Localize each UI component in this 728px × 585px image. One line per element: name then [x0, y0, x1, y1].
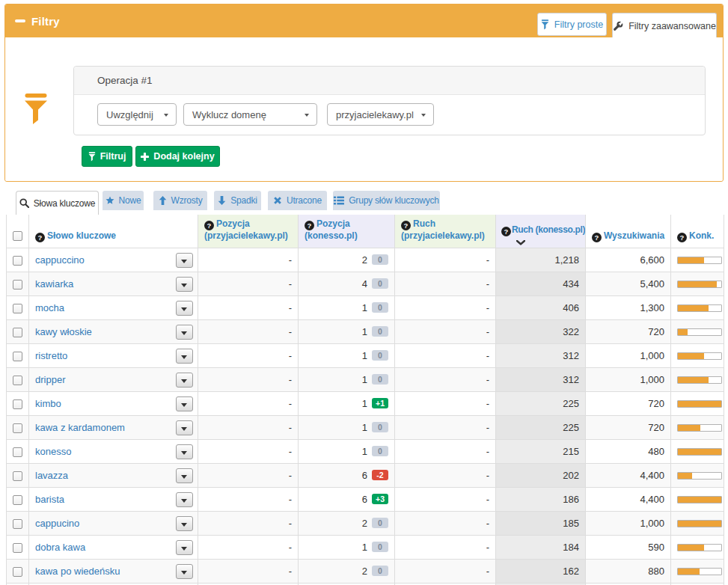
row-checkbox[interactable] [13, 328, 22, 337]
position-b-cell: 1+1 [299, 391, 395, 415]
keyword-dropdown-button[interactable] [176, 516, 193, 531]
collapse-minus-icon[interactable] [15, 19, 25, 22]
keyword-link[interactable]: ristretto [35, 350, 67, 361]
row-checkbox[interactable] [13, 471, 22, 481]
keyword-dropdown-button[interactable] [176, 492, 193, 507]
row-checkbox-cell [7, 511, 29, 535]
traffic-a-cell: - [395, 487, 496, 511]
header-position-a[interactable]: Pozycja(przyjacielekawy.pl) [198, 215, 299, 248]
position-change-badge: 0 [372, 422, 388, 432]
funnel-icon [541, 19, 549, 30]
keyword-dropdown-button[interactable] [176, 373, 193, 388]
keyword-link[interactable]: barista [35, 494, 64, 505]
header-traffic-a[interactable]: Ruch(przyjacielekawy.pl) [395, 215, 496, 248]
header-position-b[interactable]: Pozycja(konesso.pl) [299, 215, 395, 248]
row-checkbox[interactable] [13, 304, 22, 313]
position-b-value: 4 [362, 278, 367, 290]
keyword-dropdown-button[interactable] [176, 420, 193, 435]
traffic-a-cell: - [395, 343, 496, 367]
traffic-b-cell: 312 [496, 343, 586, 367]
help-icon [204, 221, 214, 230]
row-checkbox[interactable] [13, 352, 22, 361]
row-checkbox[interactable] [13, 280, 22, 290]
keyword-dropdown-button[interactable] [176, 468, 193, 483]
caret-down-icon [421, 114, 426, 117]
keyword-dropdown-button[interactable] [176, 564, 193, 579]
keyword-link[interactable]: mocha [35, 302, 64, 313]
searches-cell: 720 [586, 415, 671, 439]
keyword-link[interactable]: kawy włoskie [35, 326, 92, 337]
position-change-badge: 0 [372, 278, 388, 289]
tab-lost-label: Utracone [287, 195, 322, 206]
position-b-value: 1 [362, 422, 367, 433]
position-b-cell: 20 [299, 511, 395, 535]
traffic-b-cell: 162 [496, 559, 586, 583]
keyword-dropdown-button[interactable] [176, 444, 193, 459]
simple-filters-button[interactable]: Filtry proste [537, 13, 607, 36]
position-change-badge: 0 [372, 254, 388, 265]
filters-panel-title: Filtry [31, 15, 60, 28]
keyword-link[interactable]: kimbo [35, 398, 61, 409]
filter-button[interactable]: Filtruj [82, 146, 132, 167]
keyword-link[interactable]: lavazza [35, 470, 68, 481]
header-competition[interactable]: Konk. [671, 215, 724, 248]
header-keyword[interactable]: Słowo kluczowe [29, 215, 198, 248]
select-all-checkbox[interactable] [13, 231, 22, 241]
position-b-cell: 10 [299, 535, 395, 559]
tab-groups[interactable]: Grupy słów kluczowych [333, 191, 440, 210]
keyword-link[interactable]: cappucino [35, 518, 79, 529]
competition-cell [671, 319, 724, 343]
row-checkbox[interactable] [13, 567, 22, 577]
keyword-dropdown-button[interactable] [176, 277, 193, 292]
position-change-badge: 0 [372, 542, 388, 552]
position-change-badge: +1 [372, 398, 388, 408]
keyword-link[interactable]: kawiarka [35, 278, 73, 290]
tab-rises[interactable]: Wzrosty [153, 191, 207, 210]
keyword-link[interactable]: kawa z kardamonem [35, 422, 125, 433]
position-b-value: 6 [362, 494, 367, 505]
tab-lost[interactable]: Utracone [268, 191, 327, 210]
keyword-link[interactable]: cappuccino [35, 254, 85, 266]
keyword-dropdown-button[interactable] [176, 349, 193, 364]
row-checkbox[interactable] [13, 399, 22, 409]
funnel-icon [88, 152, 96, 162]
row-checkbox[interactable] [13, 495, 22, 505]
row-checkbox[interactable] [13, 447, 22, 457]
traffic-b-cell: 225 [496, 415, 586, 439]
keyword-link[interactable]: kawa po wiedeńsku [35, 566, 120, 577]
traffic-a-cell: - [395, 463, 496, 487]
filter-funnel-icon [23, 94, 49, 125]
tab-keywords[interactable]: Słowa kluczowe [16, 191, 99, 215]
keyword-dropdown-button[interactable] [176, 540, 193, 555]
keyword-link[interactable]: dripper [35, 374, 65, 385]
competition-bar [677, 520, 722, 527]
advanced-filters-tab[interactable]: Filtry zaawansowane [612, 13, 717, 38]
position-a-cell: - [198, 248, 299, 272]
position-change-badge: 0 [372, 302, 388, 313]
include-select[interactable]: Uwzględnij [97, 103, 177, 126]
tab-new[interactable]: Nowe [103, 191, 144, 210]
keyword-link[interactable]: dobra kawa [35, 542, 85, 553]
filter-button-label: Filtruj [100, 151, 126, 162]
searches-cell: 1,000 [586, 511, 671, 535]
header-traffic-b[interactable]: Ruch (konesso.pl) [496, 215, 586, 248]
domain-select[interactable]: przyjacielekawy.pl [327, 103, 434, 126]
keyword-link[interactable]: konesso [35, 446, 71, 457]
add-next-button[interactable]: Dodaj kolejny [135, 146, 220, 167]
tab-drops[interactable]: Spadki [214, 191, 261, 210]
row-checkbox[interactable] [13, 256, 22, 266]
keyword-dropdown-button[interactable] [176, 325, 193, 340]
header-searches[interactable]: Wyszukiwania [586, 215, 671, 248]
row-checkbox[interactable] [13, 519, 22, 529]
keyword-dropdown-button[interactable] [176, 253, 193, 268]
keyword-dropdown-button[interactable] [176, 396, 193, 411]
position-a-cell: - [198, 511, 299, 535]
condition-select[interactable]: Wyklucz domenę [183, 103, 317, 126]
help-icon [35, 233, 45, 242]
keyword-dropdown-button[interactable] [176, 301, 193, 316]
row-checkbox[interactable] [13, 376, 22, 385]
filters-panel-body: Operacja #1 Uwzględnij Wyklucz domenę pr… [5, 37, 723, 181]
position-b-cell: 10 [299, 319, 395, 343]
row-checkbox[interactable] [13, 423, 22, 433]
row-checkbox[interactable] [13, 543, 22, 553]
